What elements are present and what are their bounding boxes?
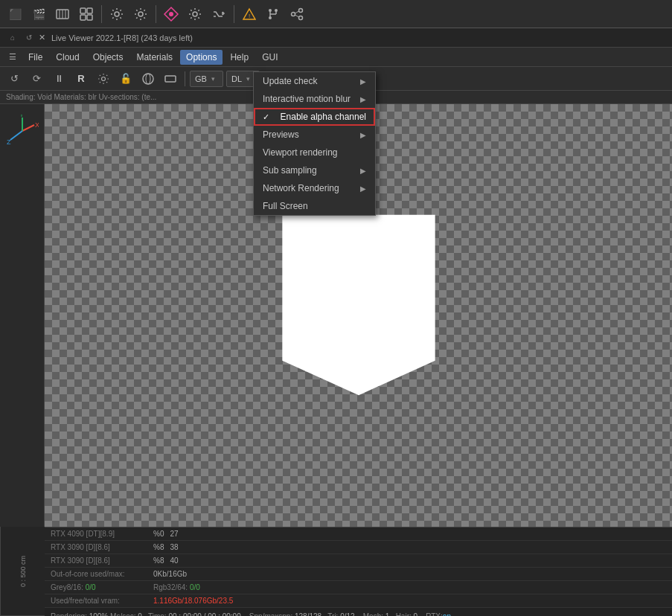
- menu-options[interactable]: Options: [180, 50, 223, 65]
- title-icons: ⌂ ↺ ✕: [6, 31, 45, 45]
- svg-point-19: [292, 12, 295, 16]
- side-label-text: 0 : 500 cm: [19, 555, 27, 586]
- svg-point-21: [299, 16, 303, 19]
- sec-rect-icon[interactable]: [161, 69, 180, 89]
- gpu2-col1: %8: [153, 543, 164, 551]
- menu-item-full-screen-label: Full Screen: [263, 201, 308, 211]
- grey-val1: 0/0: [86, 583, 96, 591]
- toolbar-random-icon[interactable]: [208, 4, 229, 25]
- sec-sep-1: [185, 71, 185, 86]
- menu-item-interactive-motion-blur-arrow: ▶: [360, 95, 366, 103]
- status-row-gpu2: RTX 3090 [D][8.6] %8 38: [45, 541, 672, 554]
- svg-rect-4: [80, 8, 86, 13]
- dropdown-gb[interactable]: GB: [190, 71, 223, 87]
- status-bottom: RTX 4090 [DT][8.9] %0 27 RTX 3090 [D][8.…: [45, 527, 672, 616]
- svg-point-8: [115, 12, 119, 16]
- title-text: Live Viewer 2022.1-[R8] (243 days left): [51, 33, 193, 42]
- title-refresh-icon[interactable]: ↺: [22, 31, 36, 45]
- menu-cloud[interactable]: Cloud: [50, 50, 85, 65]
- menu-item-interactive-motion-blur-label: Interactive motion blur: [263, 94, 351, 104]
- sec-lock-icon[interactable]: 🔓: [116, 69, 135, 89]
- svg-point-25: [143, 74, 153, 84]
- cube-shape: [266, 201, 452, 409]
- axis-y-label: Y: [19, 115, 24, 118]
- menu-item-previews-arrow: ▶: [360, 131, 366, 139]
- menu-item-interactive-motion-blur[interactable]: Interactive motion blur ▶: [254, 90, 375, 108]
- status-row-outofcore: Out-of-core used/max: 0Kb/16Gb: [45, 568, 672, 581]
- menu-item-viewport-rendering-label: Viewport rendering: [263, 147, 338, 158]
- svg-line-30: [10, 131, 22, 140]
- toolbar-settings-1[interactable]: [106, 4, 127, 25]
- svg-point-20: [299, 8, 303, 12]
- options-menu: Update check ▶ Interactive motion blur ▶…: [253, 71, 376, 216]
- toolbar-sep-2: [156, 5, 156, 23]
- sec-sphere-icon[interactable]: [138, 69, 158, 89]
- sec-pause-icon[interactable]: ⏸: [49, 69, 68, 89]
- toolbar-settings-2[interactable]: [130, 4, 151, 25]
- sec-rotate-icon[interactable]: ↺: [4, 69, 24, 89]
- menu-item-update-check[interactable]: Update check ▶: [254, 72, 375, 90]
- toolbar-sep-3: [234, 5, 234, 23]
- svg-text:!: !: [249, 13, 250, 19]
- menu-bar: ☰ File Cloud Objects Materials Options H…: [0, 48, 672, 67]
- toolbar-warning-icon[interactable]: !: [239, 4, 260, 25]
- vram-label: Used/free/total vram:: [51, 597, 147, 605]
- vram-val: 1.116Gb/18.076Gb/23.5: [153, 597, 233, 605]
- menu-item-enable-alpha-channel-label: Enable alpha channel: [281, 112, 366, 122]
- toolbar-icon-2[interactable]: 🎬: [28, 4, 49, 25]
- svg-rect-7: [87, 15, 92, 20]
- menu-item-enable-alpha-channel[interactable]: ✓ Enable alpha channel: [254, 108, 375, 126]
- rendering-text: Rendering: 100% Ms/sec: 0 Time: 00 : 00:…: [51, 612, 451, 617]
- toolbar-icon-4[interactable]: [76, 4, 97, 25]
- menu-help[interactable]: Help: [224, 50, 255, 65]
- toolbar-branch-icon[interactable]: [263, 4, 284, 25]
- status-row-vram: Used/free/total vram: 1.116Gb/18.076Gb/2…: [45, 594, 672, 608]
- menu-item-previews-label: Previews: [263, 129, 299, 140]
- svg-point-17: [269, 16, 272, 19]
- toolbar-icon-1[interactable]: ⬛: [4, 4, 25, 25]
- axis-x-label: X: [35, 121, 39, 129]
- sec-refresh-icon[interactable]: ⟳: [27, 69, 46, 89]
- top-toolbar: ⬛ 🎬 !: [0, 0, 672, 28]
- svg-point-26: [146, 74, 150, 84]
- axes-widget: X Y Z: [0, 104, 45, 527]
- menu-item-viewport-rendering[interactable]: Viewport rendering: [254, 144, 375, 161]
- svg-rect-5: [87, 8, 92, 13]
- menu-materials[interactable]: Materials: [130, 50, 179, 65]
- title-bar: ⌂ ↺ ✕ Live Viewer 2022.1-[R8] (243 days …: [0, 28, 672, 48]
- menu-hamburger-icon[interactable]: ☰: [4, 49, 21, 65]
- gpu2-col2: 38: [170, 543, 178, 551]
- info-text: Shading: Void Materials: blr Uv-sections…: [6, 93, 156, 101]
- menu-item-previews[interactable]: Previews ▶: [254, 126, 375, 144]
- menu-gui[interactable]: GUI: [256, 50, 284, 65]
- menu-item-network-rendering-label: Network Rendering: [263, 183, 339, 193]
- toolbar-render-icon[interactable]: [161, 4, 182, 25]
- menu-item-network-rendering[interactable]: Network Rendering ▶: [254, 179, 375, 197]
- svg-marker-31: [282, 215, 435, 396]
- svg-point-24: [102, 77, 106, 80]
- menu-item-sub-sampling-arrow: ▶: [360, 167, 366, 175]
- toolbar-options-icon[interactable]: [185, 4, 205, 25]
- status-row-gpu1: RTX 4090 [DT][8.9] %0 27: [45, 527, 672, 541]
- rtx-status: on: [443, 612, 451, 617]
- outofcore-label: Out-of-core used/max:: [51, 570, 147, 578]
- menu-file[interactable]: File: [22, 50, 48, 65]
- grey-label: Grey8/16: 0/0: [51, 583, 147, 591]
- gpu3-col2: 40: [170, 556, 178, 565]
- toolbar-icon-3[interactable]: [52, 4, 73, 25]
- svg-point-18: [275, 9, 278, 12]
- title-close-button[interactable]: ✕: [39, 33, 45, 42]
- menu-item-update-check-label: Update check: [263, 76, 317, 86]
- status-row-grey: Grey8/16: 0/0 Rgb32/64: 0/0: [45, 581, 672, 594]
- svg-rect-6: [80, 15, 86, 20]
- sec-settings-icon[interactable]: [94, 69, 113, 89]
- toolbar-sep-1: [101, 5, 102, 23]
- menu-item-sub-sampling[interactable]: Sub sampling ▶: [254, 161, 375, 179]
- toolbar-node-icon[interactable]: [287, 4, 307, 25]
- menu-item-full-screen[interactable]: Full Screen: [254, 197, 375, 215]
- svg-point-10: [169, 12, 173, 16]
- title-home-icon[interactable]: ⌂: [6, 31, 19, 45]
- sec-r-icon[interactable]: R: [71, 69, 91, 89]
- menu-objects[interactable]: Objects: [87, 50, 129, 65]
- gpu3-label: RTX 3090 [D][8.6]: [51, 556, 147, 565]
